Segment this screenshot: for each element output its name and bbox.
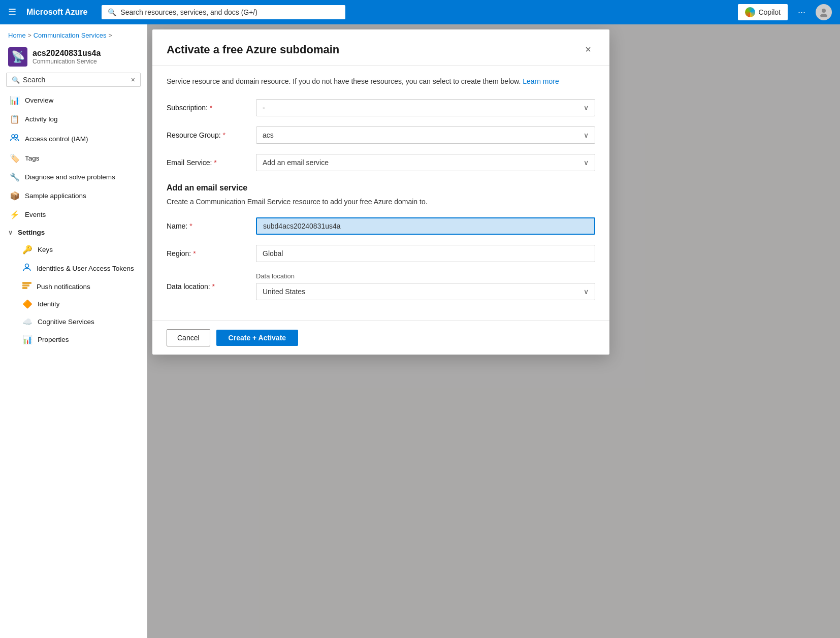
service-type: Communication Service	[33, 58, 101, 65]
dialog-overlay: Activate a free Azure subdomain × Servic…	[147, 24, 840, 638]
dialog-description: Service resource and domain resource. If…	[167, 76, 595, 87]
service-name: acs20240831us4a	[33, 49, 101, 58]
breadcrumb-sep1: >	[28, 32, 31, 39]
sidebar-item-keys[interactable]: 🔑 Keys	[0, 241, 147, 259]
dropdown-arrow-icon: ∨	[584, 288, 589, 296]
sidebar-item-identities[interactable]: Identities & User Access Tokens	[0, 259, 147, 278]
global-search-input[interactable]	[120, 8, 339, 16]
keys-icon: 🔑	[22, 245, 33, 254]
name-label: Name: *	[167, 222, 248, 230]
region-label: Region: *	[167, 249, 248, 258]
service-header: 📡 acs20240831us4a Communication Service	[0, 43, 147, 73]
sidebar-sub-item-label: Push notifications	[37, 283, 90, 291]
access-control-icon	[10, 133, 20, 144]
required-star: *	[189, 222, 192, 230]
sidebar-search-clear-icon[interactable]: ×	[131, 76, 135, 84]
sidebar-sub-item-label: Properties	[38, 336, 69, 343]
copilot-icon	[745, 7, 755, 17]
sidebar-sub-item-label: Identities & User Access Tokens	[37, 265, 134, 272]
dialog-header: Activate a free Azure subdomain ×	[152, 29, 609, 66]
subscription-dropdown[interactable]: - ∨	[256, 99, 595, 116]
learn-more-link[interactable]: Learn more	[523, 77, 559, 85]
sidebar-item-activity-log[interactable]: 📋 Activity log	[0, 110, 147, 129]
email-service-label: Email Service: *	[167, 158, 248, 167]
region-row: Region: *	[167, 245, 595, 262]
svg-point-0	[822, 9, 826, 13]
sidebar-search[interactable]: 🔍 ×	[6, 73, 141, 87]
dropdown-arrow-icon: ∨	[584, 104, 589, 112]
resource-group-value: acs	[263, 131, 274, 139]
data-location-wrapper: Data location United States ∨	[256, 272, 595, 300]
required-star: *	[193, 249, 196, 258]
identities-icon	[22, 263, 31, 274]
sidebar-item-diagnose[interactable]: 🔧 Diagnose and solve problems	[0, 168, 147, 186]
sidebar-item-cognitive-services[interactable]: ☁️ Cognitive Services	[0, 313, 147, 331]
data-location-dropdown[interactable]: United States ∨	[256, 283, 595, 300]
subscription-value: -	[263, 104, 265, 112]
sidebar-item-label: Overview	[25, 97, 53, 104]
content-area: Activate a free Azure subdomain × Servic…	[147, 24, 840, 638]
svg-point-2	[12, 135, 15, 138]
dropdown-arrow-icon: ∨	[584, 131, 589, 139]
svg-rect-7	[22, 287, 27, 289]
sidebar-search-input[interactable]	[23, 76, 128, 84]
name-input[interactable]	[256, 217, 595, 235]
sidebar-item-properties[interactable]: 📊 Properties	[0, 331, 147, 348]
breadcrumb-comm-services[interactable]: Communication Services	[34, 31, 107, 39]
sidebar-item-label: Sample applications	[25, 192, 86, 200]
sidebar-item-label: Access control (IAM)	[25, 135, 88, 143]
sidebar-item-access-control[interactable]: Access control (IAM)	[0, 129, 147, 149]
data-location-label: Data location: *	[167, 282, 248, 291]
properties-icon: 📊	[22, 335, 33, 344]
more-options-icon[interactable]: ···	[798, 7, 805, 18]
sidebar-search-icon: 🔍	[12, 76, 20, 84]
sidebar-item-label: Diagnose and solve problems	[25, 173, 115, 181]
svg-rect-6	[22, 284, 29, 286]
sidebar-item-identity[interactable]: 🔶 Identity	[0, 295, 147, 313]
sample-apps-icon: 📦	[10, 191, 20, 201]
cancel-button[interactable]: Cancel	[167, 329, 210, 346]
overview-icon: 📊	[10, 95, 20, 105]
sidebar: Home > Communication Services > 📡 acs202…	[0, 24, 147, 638]
sidebar-item-sample-apps[interactable]: 📦 Sample applications	[0, 186, 147, 205]
add-email-section-title: Add an email service	[167, 183, 595, 193]
email-service-dropdown[interactable]: Add an email service ∨	[256, 154, 595, 171]
settings-chevron-icon: ∨	[8, 229, 13, 236]
sidebar-item-push-notifications[interactable]: Push notifications	[0, 278, 147, 295]
sidebar-item-overview[interactable]: 📊 Overview	[0, 91, 147, 110]
sidebar-item-events[interactable]: ⚡ Events	[0, 205, 147, 224]
data-location-value: United States	[263, 288, 305, 296]
copilot-label: Copilot	[758, 8, 781, 16]
dialog-footer: Cancel Create + Activate	[152, 321, 609, 355]
region-input[interactable]	[256, 245, 595, 262]
required-star: *	[212, 282, 215, 291]
top-navigation: ☰ Microsoft Azure 🔍 Copilot ···	[0, 0, 840, 24]
required-star: *	[214, 158, 216, 167]
identity-icon: 🔶	[22, 299, 33, 309]
resource-group-row: Resource Group: * acs ∨	[167, 126, 595, 144]
sidebar-item-label: Tags	[25, 154, 40, 162]
hamburger-icon[interactable]: ☰	[8, 7, 16, 18]
sidebar-sub-item-label: Cognitive Services	[38, 318, 94, 326]
global-search-bar[interactable]: 🔍	[102, 5, 345, 19]
create-activate-button[interactable]: Create + Activate	[216, 330, 298, 346]
breadcrumb-sep2: >	[108, 32, 112, 39]
copilot-button[interactable]: Copilot	[738, 4, 788, 20]
name-row: Name: *	[167, 217, 595, 235]
sidebar-item-tags[interactable]: 🏷️ Tags	[0, 149, 147, 168]
resource-group-dropdown[interactable]: acs ∨	[256, 126, 595, 144]
avatar[interactable]	[816, 4, 832, 20]
resource-group-label: Resource Group: *	[167, 131, 248, 139]
tags-icon: 🏷️	[10, 153, 20, 163]
svg-rect-5	[22, 282, 31, 284]
sidebar-sub-item-label: Identity	[38, 300, 60, 308]
dialog-close-button[interactable]: ×	[581, 42, 595, 57]
breadcrumb-home[interactable]: Home	[8, 31, 26, 39]
svg-point-1	[820, 14, 827, 17]
service-icon: 📡	[8, 47, 27, 67]
dropdown-arrow-icon: ∨	[584, 158, 589, 167]
add-email-section-desc: Create a Communication Email Service res…	[167, 197, 595, 207]
breadcrumb: Home > Communication Services >	[0, 24, 147, 43]
settings-section-header[interactable]: ∨ Settings	[0, 224, 147, 241]
sidebar-item-label: Activity log	[25, 115, 58, 123]
